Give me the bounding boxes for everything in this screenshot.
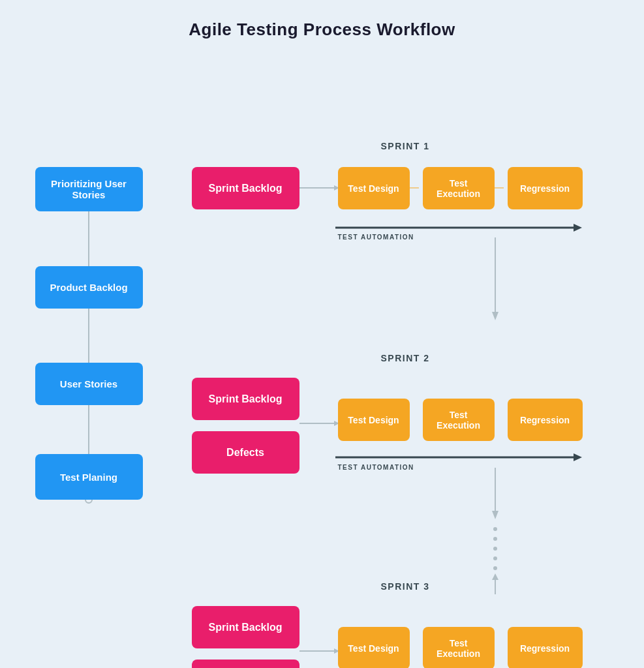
svg-marker-24 xyxy=(492,573,498,580)
sprint2-test-design: Test Design xyxy=(338,399,410,441)
sprint1-test-execution: Test Execution xyxy=(423,167,495,209)
page-title: Agile Testing Process Workflow xyxy=(189,20,455,40)
sprint2-sprint-backlog: Sprint Backlog xyxy=(192,378,299,420)
svg-marker-17 xyxy=(492,511,498,519)
svg-point-21 xyxy=(493,556,497,560)
sprint3-regression: Regression xyxy=(508,627,583,668)
sprint2-automation: TEST AUTOMATION xyxy=(338,463,414,471)
user-stories-box: User Stories xyxy=(35,363,143,405)
prioritizing-user-stories-box: Prioritizing User Stories xyxy=(35,167,143,211)
product-backlog-box: Product Backlog xyxy=(35,266,143,309)
sprint1-regression: Regression xyxy=(508,167,583,209)
sprint3-test-execution: Test Execution xyxy=(423,627,495,668)
svg-point-19 xyxy=(493,537,497,541)
sprint1-sprint-backlog: Sprint Backlog xyxy=(192,167,299,209)
sprint2-label: SPRINT 2 xyxy=(381,353,430,363)
svg-point-22 xyxy=(493,566,497,570)
sprint2-regression: Regression xyxy=(508,399,583,441)
sprint2-test-execution: Test Execution xyxy=(423,399,495,441)
sprint1-test-design: Test Design xyxy=(338,167,410,209)
sprint3-test-design: Test Design xyxy=(338,627,410,668)
sprint3-defects: Defects xyxy=(192,660,299,668)
svg-point-20 xyxy=(493,547,497,551)
svg-marker-15 xyxy=(574,453,582,461)
diagram: Prioritizing User Stories Product Backlo… xyxy=(16,66,629,668)
svg-point-18 xyxy=(493,527,497,531)
sprint2-defects: Defects xyxy=(192,431,299,474)
svg-marker-11 xyxy=(492,312,498,320)
sprint3-label: SPRINT 3 xyxy=(381,581,430,592)
sprint1-automation: TEST AUTOMATION xyxy=(338,232,414,241)
sprint1-label: SPRINT 1 xyxy=(381,141,430,151)
sprint3-sprint-backlog: Sprint Backlog xyxy=(192,606,299,648)
svg-marker-9 xyxy=(574,224,582,232)
test-planing-box: Test Planing xyxy=(35,454,143,500)
